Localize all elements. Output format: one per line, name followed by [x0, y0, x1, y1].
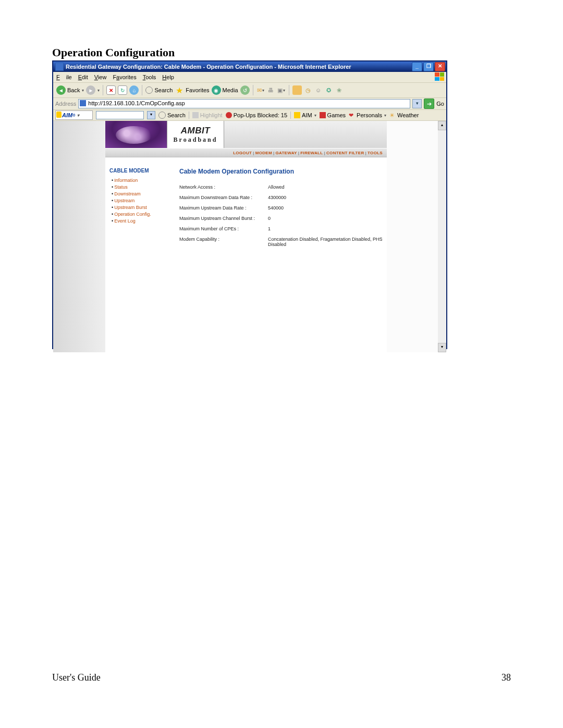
windows-flag-icon: [435, 72, 444, 81]
banner-globe-icon: [105, 121, 167, 148]
home-button[interactable]: ⌂: [129, 85, 139, 95]
address-input[interactable]: http://192.168.100.1/CmOpConfig.asp: [78, 99, 410, 108]
go-button[interactable]: ➔: [424, 98, 434, 109]
refresh-button[interactable]: ↻: [118, 85, 127, 95]
media-icon: ◉: [212, 85, 221, 95]
standard-toolbar: ◄ Back ▾ ► ▾ ✕ ↻ ⌂ Search ★ Favorites ◉ …: [53, 83, 446, 98]
mail-button[interactable]: ✉▾: [256, 86, 265, 94]
aim-search-button[interactable]: Search: [158, 112, 186, 119]
print-button[interactable]: 🖶: [267, 86, 275, 94]
aim-search-input[interactable]: [96, 111, 144, 119]
favorites-button[interactable]: ★ Favorites: [175, 85, 209, 95]
media-button[interactable]: ◉ Media: [212, 85, 238, 95]
main-column: AMBIT Broadband LOGOUT| MODEM| GATEWAY| …: [105, 121, 387, 352]
address-bar: Address http://192.168.100.1/CmOpConfig.…: [53, 98, 446, 110]
nav-firewall[interactable]: FIREWALL: [300, 151, 323, 155]
menu-view[interactable]: View: [94, 74, 107, 80]
config-table: Network Access : Allowed Maximum Downstr…: [179, 184, 383, 247]
row-max-upstream-burst: Maximum Upstream Channel Burst : 0: [179, 216, 383, 221]
back-button[interactable]: ◄ Back ▾: [56, 85, 84, 95]
left-gutter: [53, 121, 105, 352]
sidebar-item-operation-config[interactable]: Operation Config.: [109, 212, 171, 217]
right-gutter: [387, 121, 438, 352]
sidebar-item-upstream-burst[interactable]: Upstream Burst: [109, 205, 171, 210]
aim-personals[interactable]: ❤Personals▾: [349, 112, 386, 118]
address-label: Address: [55, 101, 76, 107]
go-label: Go: [436, 101, 444, 107]
back-arrow-icon: ◄: [56, 85, 66, 95]
person-icon[interactable]: ☺: [314, 86, 323, 94]
row-modem-capability: Modem Capability : Concatenation Disable…: [179, 237, 383, 247]
extra-icon[interactable]: ❀: [335, 86, 344, 94]
aim-logo[interactable]: AIM®▾: [55, 110, 93, 120]
brand-logo: AMBIT Broadband: [167, 121, 224, 148]
address-dropdown[interactable]: ▾: [412, 99, 422, 108]
nav-tools[interactable]: TOOLS: [368, 151, 383, 155]
stop-button[interactable]: ✕: [106, 85, 116, 95]
sidebar-title: CABLE MODEM: [109, 168, 171, 174]
sidebar-item-event-log[interactable]: Event Log: [109, 218, 171, 224]
aim-popups[interactable]: Pop-Ups Blocked: 15: [226, 112, 287, 118]
aim-weather[interactable]: ☀Weather: [389, 112, 419, 118]
footer-left: User's Guide: [52, 672, 101, 683]
ie-icon: [55, 63, 64, 71]
folder-button[interactable]: [292, 85, 302, 95]
messenger-icon[interactable]: ✪: [325, 86, 333, 94]
close-button[interactable]: ✕: [435, 62, 445, 71]
search-icon: [145, 87, 153, 94]
aim-toolbar: AIM®▾ ▾ Search Highlight Pop-Ups Blocked…: [53, 110, 446, 121]
row-network-access: Network Access : Allowed: [179, 184, 383, 190]
sidebar-item-downstream[interactable]: Downstream: [109, 191, 171, 196]
menu-help[interactable]: Help: [162, 74, 174, 80]
footer-page-number: 38: [501, 672, 511, 683]
forward-arrow-icon: ►: [86, 85, 95, 95]
aim-aim-menu[interactable]: AIM▾: [294, 112, 316, 118]
clock-icon[interactable]: ◷: [304, 86, 312, 94]
row-max-cpes: Maximum Number of CPEs : 1: [179, 226, 383, 231]
nav-gateway[interactable]: GATEWAY: [275, 151, 297, 155]
minimize-button[interactable]: _: [412, 62, 422, 71]
sidebar: CABLE MODEM Information Status Downstrea…: [105, 168, 175, 252]
sidebar-item-upstream[interactable]: Upstream: [109, 198, 171, 203]
menu-tools[interactable]: Tools: [143, 74, 156, 80]
menu-bar: File Edit View Favorites Tools Help: [53, 72, 446, 83]
menu-edit[interactable]: Edit: [78, 74, 88, 80]
window-titlebar: Residential Gateway Configuration: Cable…: [53, 61, 446, 72]
window-title: Residential Gateway Configuration: Cable…: [66, 64, 351, 70]
history-button[interactable]: ↺: [240, 85, 250, 95]
page-banner: AMBIT Broadband: [105, 121, 387, 148]
maximize-button[interactable]: ❐: [423, 62, 434, 71]
forward-button[interactable]: ► ▾: [86, 85, 100, 95]
search-button[interactable]: Search: [145, 87, 173, 94]
content-viewport: AMBIT Broadband LOGOUT| MODEM| GATEWAY| …: [53, 121, 446, 352]
menu-file[interactable]: File: [56, 74, 72, 80]
star-icon: ★: [175, 85, 184, 95]
aim-games[interactable]: Games: [320, 112, 346, 118]
row-max-downstream: Maximum Downstream Data Rate : 4300000: [179, 195, 383, 200]
edit-button[interactable]: ▣▾: [277, 86, 286, 94]
row-max-upstream: Maximum Upstream Data Rate : 540000: [179, 205, 383, 211]
browser-window: Residential Gateway Configuration: Cable…: [52, 60, 447, 349]
content-area: Cable Modem Operation Configuration Netw…: [175, 168, 387, 252]
scroll-down-icon[interactable]: ▾: [438, 343, 446, 352]
menu-favorites[interactable]: Favorites: [113, 74, 136, 80]
nav-modem[interactable]: MODEM: [255, 151, 272, 155]
page-heading: Operation Configuration: [52, 46, 175, 59]
nav-content-filter[interactable]: CONTENT FILTER: [326, 151, 364, 155]
nav-logout[interactable]: LOGOUT: [233, 151, 252, 155]
scroll-up-icon[interactable]: ▴: [438, 121, 446, 130]
content-title: Cable Modem Operation Configuration: [179, 168, 383, 175]
aim-highlight[interactable]: Highlight: [192, 112, 223, 118]
top-nav: LOGOUT| MODEM| GATEWAY| FIREWALL| CONTEN…: [105, 148, 387, 157]
vertical-scrollbar[interactable]: ▴ ▾: [438, 121, 446, 352]
aim-search-dropdown[interactable]: ▾: [147, 111, 155, 119]
sidebar-item-information[interactable]: Information: [109, 178, 171, 183]
sidebar-item-status[interactable]: Status: [109, 184, 171, 190]
